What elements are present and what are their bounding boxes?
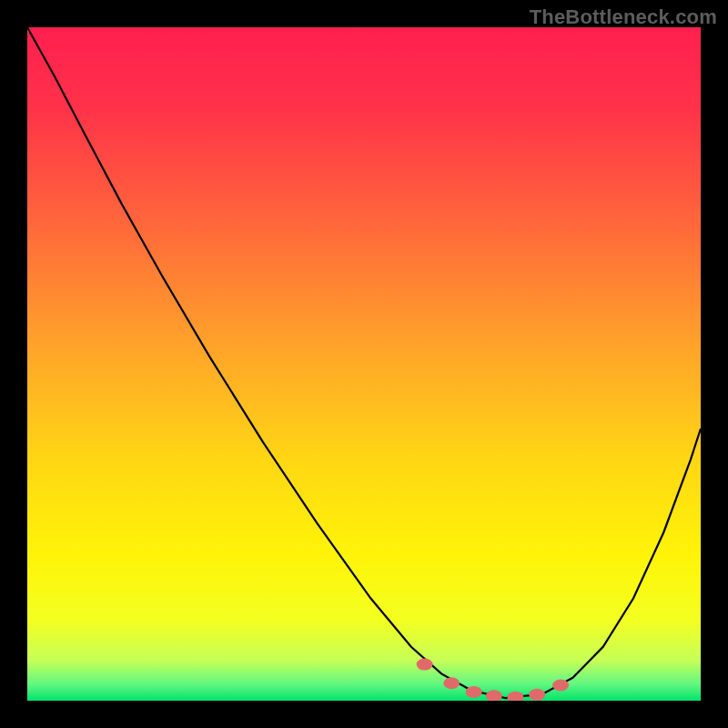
watermark-text: TheBottleneck.com (530, 5, 717, 29)
optimal-dot (443, 677, 460, 689)
optimal-dot (529, 689, 545, 701)
bottleneck-curve (27, 27, 701, 698)
optimal-dot (486, 690, 502, 701)
optimal-dot (466, 686, 482, 698)
optimal-dot (552, 679, 569, 691)
optimal-dot (417, 659, 433, 671)
plot-area (27, 27, 701, 701)
optimal-dot (508, 692, 524, 701)
optimal-range-dots (417, 659, 569, 701)
chart-stage: TheBottleneck.com (0, 0, 728, 728)
chart-overlay (27, 27, 701, 701)
